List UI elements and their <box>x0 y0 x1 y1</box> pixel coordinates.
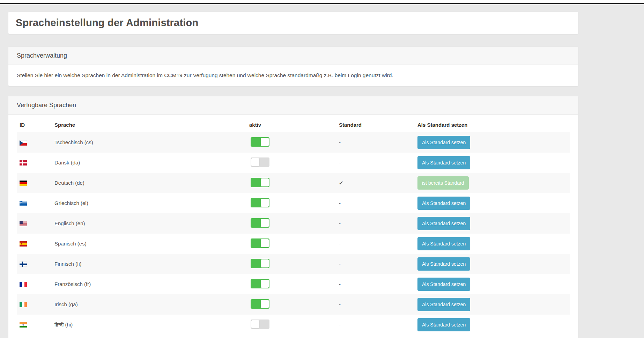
language-management-header: Sprachverwaltung <box>8 47 578 65</box>
language-management-description: Stellen Sie hier ein welche Sprachen in … <box>8 65 578 86</box>
flag-icon-in <box>20 322 27 328</box>
language-row: हिन्दी (hi) - Als Standard setzen <box>17 315 570 335</box>
available-languages-header: Verfügbare Sprachen <box>8 96 578 115</box>
flag-icon-es <box>20 241 27 247</box>
standard-indicator: - <box>336 193 415 213</box>
column-header-standard: Standard <box>336 119 415 132</box>
flag-icon-fi <box>20 262 27 267</box>
toggle-knob[interactable] <box>261 178 269 186</box>
toggle-knob[interactable] <box>261 300 269 308</box>
action-cell: Als Standard setzen <box>415 234 570 254</box>
top-strip <box>0 0 644 3</box>
toggle-knob[interactable] <box>261 280 269 288</box>
flag-icon-dk <box>20 160 27 166</box>
toggle-knob[interactable] <box>261 239 269 247</box>
active-toggle[interactable] <box>251 218 269 228</box>
language-row: Irisch (ga) - Als Standard setzen <box>17 294 570 315</box>
language-name: Deutsch (de) <box>52 173 246 193</box>
title-card: Spracheinstellung der Administration <box>8 12 578 34</box>
set-default-button[interactable]: Als Standard setzen <box>417 278 470 291</box>
language-row: Deutsch (de) ✔ ist bereits Standard <box>17 173 570 193</box>
flag-icon-us <box>20 221 27 226</box>
flag-icon-fr <box>20 282 27 287</box>
language-name: Dansk (da) <box>52 153 246 173</box>
set-default-button[interactable]: Als Standard setzen <box>417 257 470 271</box>
action-cell: Als Standard setzen <box>415 193 570 213</box>
active-cell <box>246 234 336 254</box>
standard-indicator: - <box>336 132 415 153</box>
active-toggle[interactable] <box>251 198 269 207</box>
language-name: Finnisch (fi) <box>52 254 246 274</box>
active-toggle[interactable] <box>251 299 269 309</box>
active-cell <box>246 315 336 335</box>
standard-indicator: - <box>336 315 415 335</box>
active-toggle[interactable] <box>251 137 269 147</box>
language-row: Finnisch (fi) - Als Standard setzen <box>17 254 570 274</box>
action-cell: Als Standard setzen <box>415 153 570 173</box>
language-name: Spanisch (es) <box>52 234 246 254</box>
active-toggle[interactable] <box>251 238 269 248</box>
page-title: Spracheinstellung der Administration <box>16 17 571 29</box>
standard-indicator: - <box>336 153 415 173</box>
toggle-knob[interactable] <box>261 199 269 207</box>
column-header-id: ID <box>17 119 52 132</box>
active-cell <box>246 132 336 153</box>
id-cell <box>17 294 52 315</box>
active-cell <box>246 173 336 193</box>
action-cell: Als Standard setzen <box>415 274 570 294</box>
flag-icon-de <box>20 181 27 186</box>
flag-icon-ie <box>20 302 27 307</box>
active-cell <box>246 254 336 274</box>
id-cell <box>17 153 52 173</box>
action-cell: ist bereits Standard <box>415 173 570 193</box>
active-toggle[interactable] <box>251 279 269 288</box>
active-toggle[interactable] <box>251 178 269 187</box>
standard-indicator: - <box>336 294 415 315</box>
flag-icon-cz <box>20 140 27 146</box>
language-row: Tschechisch (cs) - Als Standard setzen <box>17 132 570 153</box>
toggle-knob[interactable] <box>251 158 259 166</box>
active-toggle[interactable] <box>251 157 269 167</box>
standard-indicator: ✔ <box>336 173 415 193</box>
set-default-button[interactable]: Als Standard setzen <box>417 318 470 331</box>
toggle-knob[interactable] <box>251 320 259 328</box>
standard-indicator: - <box>336 254 415 274</box>
standard-indicator: - <box>336 274 415 294</box>
active-cell <box>246 153 336 173</box>
id-cell <box>17 315 52 335</box>
column-header-sprache: Sprache <box>52 119 246 132</box>
active-toggle[interactable] <box>251 259 269 268</box>
main-content: Spracheinstellung der Administration Spr… <box>8 4 578 338</box>
toggle-knob[interactable] <box>261 219 269 227</box>
flag-icon-gr <box>20 201 27 206</box>
language-row: Dansk (da) - Als Standard setzen <box>17 153 570 173</box>
column-header-als-standard-setzen: Als Standard setzen <box>415 119 570 132</box>
set-default-button[interactable]: Als Standard setzen <box>417 156 470 169</box>
toggle-knob[interactable] <box>261 138 269 146</box>
active-cell <box>246 294 336 315</box>
set-default-button[interactable]: Als Standard setzen <box>417 217 470 230</box>
language-row: Englisch (en) - Als Standard setzen <box>17 213 570 234</box>
id-cell <box>17 213 52 234</box>
id-cell <box>17 254 52 274</box>
id-cell <box>17 274 52 294</box>
active-toggle[interactable] <box>251 319 269 329</box>
language-name: Griechisch (el) <box>52 193 246 213</box>
action-cell: Als Standard setzen <box>415 254 570 274</box>
toggle-knob[interactable] <box>261 259 269 267</box>
column-header-aktiv: aktiv <box>246 119 336 132</box>
set-default-button[interactable]: Als Standard setzen <box>417 136 470 149</box>
action-cell: Als Standard setzen <box>415 213 570 234</box>
id-cell <box>17 132 52 153</box>
already-default-button[interactable]: ist bereits Standard <box>417 176 469 190</box>
language-management-card: Sprachverwaltung Stellen Sie hier ein we… <box>8 47 578 86</box>
set-default-button[interactable]: Als Standard setzen <box>417 237 470 250</box>
language-row: Spanisch (es) - Als Standard setzen <box>17 234 570 254</box>
language-name: हिन्दी (hi) <box>52 315 246 335</box>
language-name: Englisch (en) <box>52 213 246 234</box>
check-icon: ✔ <box>339 180 343 186</box>
set-default-button[interactable]: Als Standard setzen <box>417 298 470 311</box>
action-cell: Als Standard setzen <box>415 315 570 335</box>
available-languages-card: Verfügbare Sprachen IDSpracheaktivStanda… <box>8 96 578 338</box>
set-default-button[interactable]: Als Standard setzen <box>417 197 470 210</box>
